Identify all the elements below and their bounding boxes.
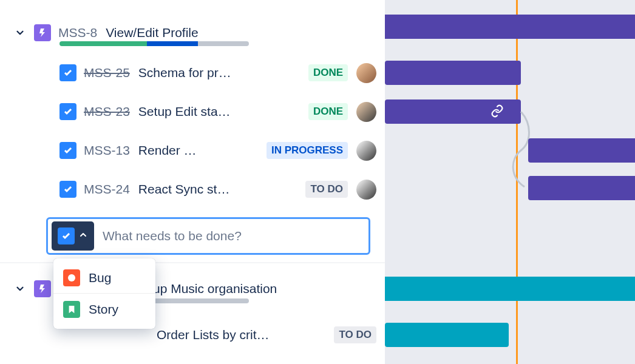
link-icon[interactable] [491, 104, 504, 120]
issue-row[interactable]: MSS-25 Schema for pr… DONE [0, 53, 385, 92]
issue-title[interactable]: React Sync st… [138, 182, 300, 197]
timeline-bar[interactable] [385, 61, 521, 85]
issue-title[interactable]: Setup Edit sta… [138, 104, 302, 119]
status-badge[interactable]: IN PROGRESS [267, 142, 348, 159]
avatar[interactable] [356, 102, 376, 122]
bug-icon [63, 269, 80, 286]
task-icon [59, 64, 76, 81]
type-option-label: Story [89, 302, 118, 317]
issue-key[interactable]: MSS-25 [84, 66, 130, 80]
issue-key[interactable]: MSS-23 [84, 104, 130, 119]
issue-row[interactable]: MSS-13 Render … IN PROGRESS [0, 131, 385, 170]
issue-title[interactable]: Schema for pr… [138, 66, 302, 80]
timeline-bar[interactable] [528, 138, 635, 163]
timeline-bar[interactable] [528, 176, 635, 200]
avatar[interactable] [356, 180, 376, 200]
new-issue-title-input[interactable] [101, 228, 365, 244]
timeline-bar[interactable] [385, 277, 635, 301]
story-icon [63, 301, 80, 318]
type-option-bug[interactable]: Bug [53, 262, 155, 294]
epic-row[interactable]: MSS-8 View/Edit Profile [0, 13, 385, 52]
type-option-label: Bug [89, 271, 111, 285]
task-icon [59, 181, 76, 198]
epic-icon [34, 24, 51, 41]
avatar[interactable] [356, 141, 376, 161]
issue-key[interactable]: MSS-8 [58, 25, 97, 40]
issue-row[interactable]: MSS-24 React Sync st… TO DO [0, 170, 385, 209]
issue-title[interactable]: Render … [138, 143, 260, 158]
task-icon [59, 142, 76, 159]
issue-title[interactable]: up Music organisation [153, 281, 277, 296]
new-issue-input-row[interactable] [46, 217, 370, 255]
timeline-panel[interactable] [385, 0, 635, 364]
task-icon [59, 103, 76, 120]
status-badge[interactable]: DONE [308, 103, 348, 120]
status-badge[interactable]: TO DO [305, 181, 348, 198]
status-badge[interactable]: DONE [308, 64, 348, 81]
chevron-up-icon [78, 230, 88, 242]
epic-progress-bar [59, 41, 249, 46]
epic-icon [34, 280, 51, 297]
avatar[interactable] [356, 63, 376, 83]
issue-list-panel: MSS-8 View/Edit Profile MSS-25 Schema fo… [0, 0, 385, 364]
issue-row[interactable]: MSS-23 Setup Edit sta… DONE [0, 92, 385, 131]
issue-type-dropdown: Bug Story [53, 258, 155, 329]
issue-type-selector[interactable] [52, 221, 94, 251]
issue-title[interactable]: View/Edit Profile [106, 25, 385, 40]
type-option-story[interactable]: Story [53, 294, 155, 325]
issue-title[interactable]: Order Lists by crit… [157, 328, 328, 342]
chevron-down-icon[interactable] [12, 281, 28, 297]
task-icon [58, 228, 75, 244]
issue-key[interactable]: MSS-24 [84, 182, 130, 197]
timeline-bar[interactable] [385, 15, 635, 39]
status-badge[interactable]: TO DO [334, 326, 376, 343]
chevron-down-icon[interactable] [12, 25, 28, 41]
timeline-bar[interactable] [385, 323, 509, 347]
issue-key[interactable]: MSS-13 [84, 143, 130, 158]
